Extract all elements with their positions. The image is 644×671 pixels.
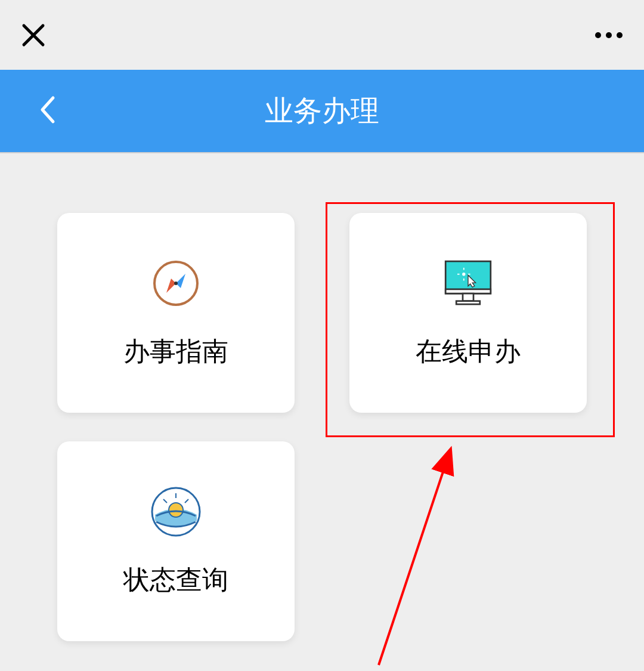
- page-header: 业务办理: [0, 70, 644, 153]
- svg-marker-4: [166, 279, 176, 293]
- monitor-icon: [441, 256, 495, 310]
- svg-rect-9: [456, 301, 480, 304]
- svg-marker-3: [176, 274, 185, 288]
- card-guide[interactable]: 办事指南: [57, 213, 295, 413]
- sunrise-icon: [149, 485, 203, 539]
- svg-point-5: [174, 282, 178, 285]
- card-status-query[interactable]: 状态查询: [57, 441, 295, 641]
- back-icon[interactable]: [39, 95, 57, 126]
- card-label: 在线申办: [416, 334, 521, 369]
- svg-point-16: [169, 503, 183, 517]
- system-top-bar: [0, 0, 644, 70]
- card-label: 办事指南: [123, 334, 228, 369]
- svg-rect-8: [463, 293, 473, 301]
- close-icon[interactable]: [21, 23, 45, 47]
- svg-line-18: [163, 499, 167, 503]
- compass-icon: [149, 256, 203, 310]
- svg-line-19: [185, 499, 188, 503]
- more-icon[interactable]: [595, 32, 623, 38]
- card-online-apply[interactable]: 在线申办: [349, 213, 587, 413]
- content-area: 办事指南 在线申办: [0, 153, 644, 641]
- page-title: 业务办理: [0, 92, 644, 130]
- svg-point-10: [462, 273, 465, 276]
- card-label: 状态查询: [123, 562, 228, 598]
